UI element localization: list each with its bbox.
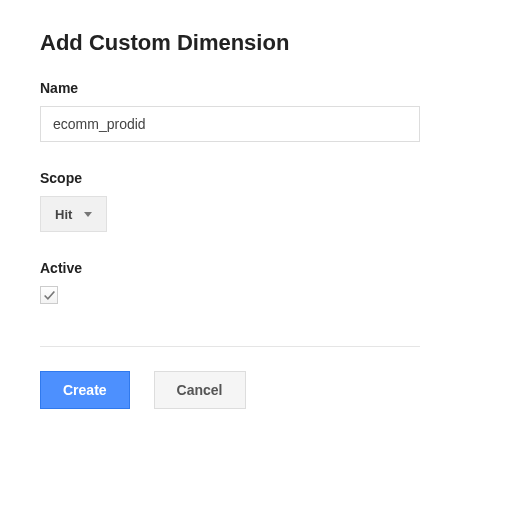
caret-down-icon xyxy=(84,212,92,217)
create-button[interactable]: Create xyxy=(40,371,130,409)
page-title: Add Custom Dimension xyxy=(40,30,492,56)
cancel-button[interactable]: Cancel xyxy=(154,371,246,409)
name-label: Name xyxy=(40,80,492,96)
button-row: Create Cancel xyxy=(40,371,492,409)
name-field-group: Name xyxy=(40,80,492,142)
active-field-group: Active xyxy=(40,260,492,306)
divider xyxy=(40,346,420,347)
check-icon xyxy=(43,289,56,302)
scope-field-group: Scope Hit xyxy=(40,170,492,232)
scope-selected-value: Hit xyxy=(55,207,72,222)
active-checkbox[interactable] xyxy=(40,286,58,304)
scope-dropdown[interactable]: Hit xyxy=(40,196,107,232)
scope-label: Scope xyxy=(40,170,492,186)
active-label: Active xyxy=(40,260,492,276)
name-input[interactable] xyxy=(40,106,420,142)
